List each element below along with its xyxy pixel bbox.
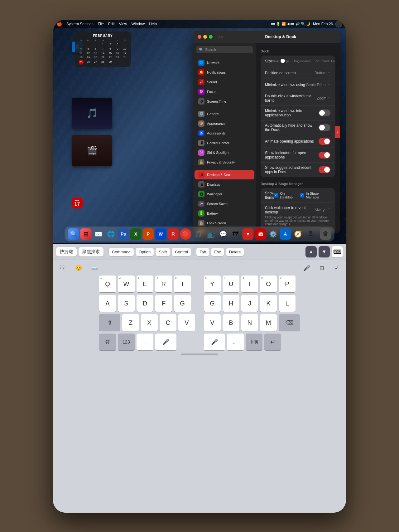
key-chinese-eng[interactable]: 中/英 bbox=[246, 334, 262, 350]
menu-edit[interactable]: Edit bbox=[108, 22, 115, 26]
auto-hide-toggle[interactable] bbox=[319, 124, 330, 131]
sidebar-item-general[interactable]: ⚙️ General bbox=[195, 109, 254, 119]
key-mic-right[interactable]: 🎤 bbox=[204, 334, 225, 350]
dock-photoshop[interactable]: Ps bbox=[118, 228, 129, 240]
keyboard-expand-button[interactable]: ⌨ bbox=[332, 246, 343, 257]
key-123[interactable]: 123 bbox=[118, 334, 135, 350]
sidebar-item-screen-time[interactable]: ⏱ Screen Time bbox=[195, 97, 254, 106]
sidebar-item-sound[interactable]: 🔊 Sound bbox=[195, 77, 254, 87]
nav-down-button[interactable]: ▼ bbox=[319, 246, 330, 257]
key-Q[interactable]: 1 Q bbox=[99, 276, 116, 292]
show-indicators-toggle[interactable] bbox=[319, 152, 330, 159]
expand-panel-button[interactable]: › bbox=[335, 126, 340, 138]
key-M[interactable]: M bbox=[260, 314, 277, 331]
key-comma[interactable]: ， bbox=[137, 334, 153, 350]
key-Y[interactable]: 6 Y bbox=[204, 276, 221, 292]
key-V-right[interactable]: V bbox=[204, 314, 221, 331]
shift-button[interactable]: Shift bbox=[156, 248, 170, 256]
key-V-left[interactable]: V bbox=[178, 314, 195, 331]
option-button[interactable]: Option bbox=[136, 248, 154, 256]
key-W[interactable]: 2 W bbox=[118, 276, 135, 292]
on-desktop-checkbox[interactable]: ✓ bbox=[274, 193, 278, 198]
apple-menu-icon[interactable]: 🍎 bbox=[57, 22, 62, 27]
fullscreen-button[interactable] bbox=[209, 35, 213, 39]
calendar-app-icon[interactable]: FEB 17 bbox=[72, 198, 83, 208]
sidebar-item-control-center[interactable]: 🎛 Control Center bbox=[195, 138, 254, 148]
menu-system-settings[interactable]: System Settings bbox=[66, 22, 94, 26]
key-B[interactable]: B bbox=[223, 314, 239, 331]
sidebar-item-notifications[interactable]: 🔔 Notifications bbox=[195, 68, 254, 77]
control-button[interactable]: Control bbox=[172, 248, 191, 256]
dock-chrome[interactable]: 🔴 bbox=[180, 228, 191, 240]
key-F[interactable]: F bbox=[155, 295, 172, 312]
sidebar-item-focus[interactable]: 🎯 Focus bbox=[195, 87, 254, 96]
menu-help[interactable]: Help bbox=[149, 22, 157, 26]
double-click-chevron-icon[interactable]: ⌃ bbox=[328, 96, 330, 100]
key-G-right[interactable]: G bbox=[204, 295, 221, 312]
sidebar-item-siri[interactable]: 🔮 Siri & Spotlight bbox=[195, 148, 254, 157]
key-G[interactable]: G bbox=[174, 295, 191, 312]
tab-button[interactable]: Tab bbox=[196, 248, 209, 256]
dock-wechat[interactable]: 💬 bbox=[218, 228, 229, 240]
sidebar-item-privacy[interactable]: 🔒 Privacy & Security bbox=[195, 158, 254, 167]
key-R[interactable]: 4 R bbox=[155, 276, 172, 292]
menu-window[interactable]: Window bbox=[132, 22, 145, 26]
key-X[interactable]: X bbox=[141, 314, 158, 331]
key-J[interactable]: J bbox=[241, 295, 258, 312]
key-P[interactable]: 0 P bbox=[279, 276, 296, 292]
command-button[interactable]: Command bbox=[109, 248, 134, 256]
animate-toggle[interactable] bbox=[319, 138, 330, 145]
sidebar-item-screen-saver[interactable]: ✨ Screen Saver bbox=[195, 199, 254, 208]
key-U[interactable]: 7 U bbox=[223, 276, 239, 292]
dock-music[interactable]: 🎵 bbox=[193, 228, 204, 240]
key-O[interactable]: 9 O bbox=[260, 276, 277, 292]
esc-button[interactable]: Esc bbox=[211, 248, 224, 256]
user-avatar[interactable] bbox=[335, 21, 342, 27]
position-chevron-icon[interactable]: ⌃ bbox=[328, 71, 330, 75]
nav-up-button[interactable]: ▲ bbox=[305, 246, 317, 257]
sidebar-item-wallpaper[interactable]: 🖼 Wallpaper bbox=[195, 189, 254, 199]
dock-app1[interactable]: ▼ bbox=[243, 228, 254, 240]
click-wallpaper-chevron-icon[interactable]: ⌃ bbox=[328, 208, 330, 212]
dock-trash[interactable]: 🗑 bbox=[320, 228, 331, 240]
minimize-to-icon-toggle[interactable] bbox=[319, 110, 330, 116]
dock-display[interactable]: 🖥 bbox=[305, 228, 316, 240]
menu-file[interactable]: File bbox=[98, 22, 104, 26]
key-backspace[interactable]: ⌫ bbox=[279, 314, 300, 331]
key-E[interactable]: 3 E bbox=[137, 276, 153, 292]
sidebar-item-displays[interactable]: 🖥 Displays bbox=[195, 180, 254, 189]
shield-icon[interactable]: 🛡 bbox=[57, 262, 68, 274]
show-recent-toggle[interactable] bbox=[319, 166, 330, 173]
mic-icon[interactable]: 🎤 bbox=[301, 262, 312, 274]
dock-powerpoint[interactable]: P bbox=[143, 228, 154, 240]
emoji-icon[interactable]: 😊 bbox=[73, 262, 84, 274]
settings-search[interactable]: 🔍 Search bbox=[196, 46, 253, 53]
sidebar-item-battery[interactable]: 🔋 Battery bbox=[195, 209, 254, 218]
key-N[interactable]: N bbox=[241, 314, 258, 331]
sidebar-item-accessibility[interactable]: ♿ Accessibility bbox=[195, 129, 254, 138]
dock-excel[interactable]: X bbox=[130, 228, 142, 240]
sidebar-item-network[interactable]: 🌐 Network bbox=[195, 58, 254, 67]
in-stage-manager-checkbox[interactable]: ✓ bbox=[300, 193, 304, 198]
dock-pdf[interactable]: R bbox=[168, 228, 179, 240]
quick-input-button[interactable]: 快捷键 bbox=[56, 247, 77, 256]
dock-launchpad[interactable]: ⊞ bbox=[80, 228, 92, 240]
key-L[interactable]: L bbox=[279, 295, 296, 312]
key-A[interactable]: A bbox=[99, 295, 116, 312]
dock-video[interactable]: 📺 bbox=[205, 228, 216, 240]
minimize-chevron-icon[interactable]: ⌃ bbox=[328, 83, 330, 87]
key-C[interactable]: C bbox=[160, 314, 176, 331]
sidebar-item-desktop-dock[interactable]: 🖥 Desktop & Dock bbox=[195, 170, 254, 179]
key-H[interactable]: H bbox=[223, 295, 239, 312]
dock-maps[interactable]: 🗺 bbox=[230, 228, 241, 240]
nav-back-button[interactable]: ‹ bbox=[218, 34, 220, 40]
dock-finder[interactable]: 🔍 bbox=[68, 228, 79, 240]
focus-search-button[interactable]: 聚焦搜索 bbox=[79, 247, 103, 256]
key-K[interactable]: K bbox=[260, 295, 277, 312]
dock-browser[interactable]: 🌐 bbox=[105, 228, 117, 240]
grid-icon[interactable]: ⊞ bbox=[316, 262, 327, 274]
keyboard-icon[interactable]: ⌨️ bbox=[89, 262, 100, 274]
dock-word[interactable]: W bbox=[155, 228, 166, 240]
checkmark-icon[interactable]: ✓ bbox=[331, 262, 342, 274]
dock-safari[interactable]: 🧭 bbox=[292, 228, 304, 240]
